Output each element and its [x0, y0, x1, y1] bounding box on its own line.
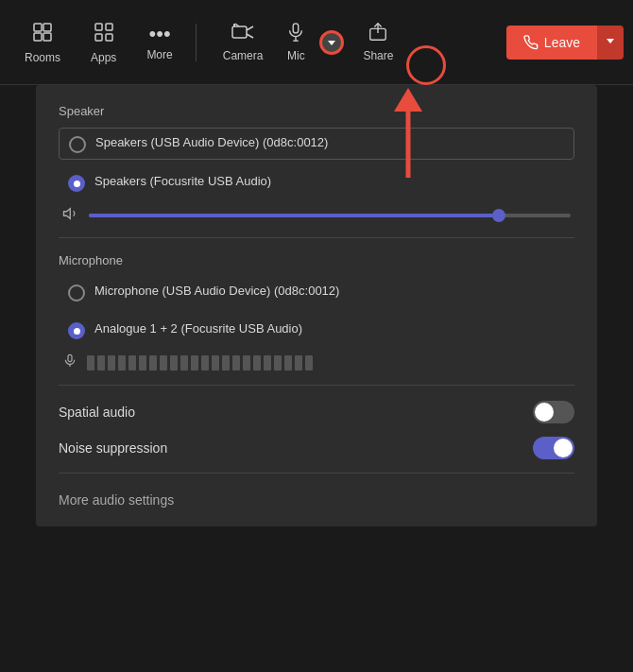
svg-rect-8	[232, 26, 247, 38]
speaker-radio-2[interactable]	[68, 175, 85, 192]
separator-1	[59, 237, 574, 238]
svg-rect-2	[34, 33, 42, 41]
spatial-audio-toggle[interactable]	[533, 401, 574, 423]
share-icon	[368, 22, 388, 45]
svg-marker-16	[328, 41, 335, 45]
level-bar	[191, 355, 198, 370]
speaker-option-1[interactable]: Speakers (USB Audio Device) (0d8c:0012)	[59, 128, 574, 160]
speaker-section-label: Speaker	[59, 104, 574, 118]
level-bar	[222, 355, 230, 370]
mic-level-row	[59, 353, 574, 373]
separator-3	[59, 473, 574, 474]
audio-dropdown-btn[interactable]	[319, 30, 344, 55]
mic-option-1[interactable]: Microphone (USB Audio Device) (0d8c:0012…	[59, 277, 574, 307]
camera-btn[interactable]: Camera	[214, 14, 273, 70]
noise-suppression-knob	[554, 439, 573, 457]
level-bar	[284, 355, 292, 370]
spatial-audio-row: Spatial audio	[59, 401, 574, 423]
mic-icon	[285, 22, 306, 45]
noise-suppression-toggle[interactable]	[533, 437, 574, 459]
mic-option-2-label: Analogue 1 + 2 (Focusrite USB Audio)	[94, 320, 302, 337]
leave-button[interactable]: Leave	[506, 26, 597, 60]
svg-rect-4	[95, 24, 102, 30]
volume-row	[59, 205, 574, 226]
level-bar	[212, 355, 219, 370]
level-bar	[128, 355, 136, 370]
volume-slider[interactable]	[89, 214, 571, 217]
spatial-audio-label: Spatial audio	[59, 405, 135, 420]
topbar: Rooms Apps ••• More	[0, 0, 633, 85]
level-bar	[243, 355, 250, 370]
mic-section-label: Microphone	[59, 253, 574, 267]
rooms-label: Rooms	[25, 51, 60, 64]
speaker-option-1-label: Speakers (USB Audio Device) (0d8c:0012)	[95, 134, 328, 151]
volume-fill	[89, 214, 499, 217]
divider	[196, 24, 197, 61]
svg-rect-1	[43, 24, 51, 31]
svg-marker-21	[64, 209, 71, 219]
speaker-option-2[interactable]: Speakers (Focusrite USB Audio)	[59, 167, 574, 198]
level-bar	[180, 355, 188, 370]
level-bar	[253, 355, 261, 370]
mic-btn[interactable]: Mic	[276, 14, 316, 70]
svg-rect-5	[106, 24, 112, 30]
share-btn[interactable]: Share	[353, 14, 402, 70]
audio-settings-panel: Speaker Speakers (USB Audio Device) (0d8…	[36, 85, 597, 526]
nav-rooms[interactable]: Rooms	[9, 13, 76, 72]
speaker-option-2-label: Speakers (Focusrite USB Audio)	[94, 173, 271, 190]
rooms-icon	[31, 21, 54, 47]
mic-option-2[interactable]: Analogue 1 + 2 (Focusrite USB Audio)	[59, 315, 574, 345]
level-bar	[201, 355, 209, 370]
mic-label: Mic	[287, 49, 305, 62]
mic-level-icon	[62, 353, 77, 373]
svg-rect-3	[43, 33, 51, 41]
more-label: More	[146, 48, 172, 61]
svg-rect-7	[106, 34, 112, 41]
camera-label: Camera	[223, 49, 264, 62]
level-bar	[87, 355, 94, 370]
level-bar	[160, 355, 167, 370]
level-bar	[108, 355, 115, 370]
more-icon: •••	[148, 24, 170, 44]
leave-group: Leave	[506, 26, 624, 60]
action-items: Camera Mic	[214, 14, 403, 70]
level-bar	[170, 355, 178, 370]
nav-apps[interactable]: Apps	[76, 13, 131, 72]
level-bar	[305, 355, 313, 370]
svg-line-10	[247, 34, 253, 38]
level-bar	[295, 355, 302, 370]
more-audio-settings-link[interactable]: More audio settings	[59, 489, 574, 511]
volume-icon	[62, 205, 79, 226]
level-bar	[139, 355, 146, 370]
noise-suppression-label: Noise suppression	[59, 440, 167, 456]
camera-icon	[231, 22, 254, 45]
svg-rect-0	[34, 24, 42, 31]
mic-level-bars	[87, 355, 313, 370]
mic-option-1-label: Microphone (USB Audio Device) (0d8c:0012…	[94, 283, 339, 300]
apps-label: Apps	[91, 51, 116, 64]
noise-suppression-row: Noise suppression	[59, 437, 574, 459]
apps-icon	[93, 21, 115, 47]
volume-thumb	[492, 209, 505, 222]
svg-marker-18	[607, 39, 614, 43]
spatial-audio-knob	[535, 403, 554, 422]
level-bar	[264, 355, 271, 370]
level-bar	[97, 355, 105, 370]
speaker-radio-1[interactable]	[69, 136, 86, 153]
svg-rect-13	[294, 24, 299, 33]
level-bar	[274, 355, 282, 370]
nav-items: Rooms Apps ••• More	[9, 13, 402, 72]
level-bar	[149, 355, 157, 370]
level-bar	[232, 355, 240, 370]
level-bar	[118, 355, 126, 370]
leave-label: Leave	[544, 35, 580, 50]
mic-radio-2[interactable]	[68, 322, 85, 339]
svg-rect-6	[95, 34, 102, 41]
separator-2	[59, 385, 574, 386]
share-label: Share	[363, 49, 393, 62]
leave-caret-button[interactable]	[597, 26, 624, 60]
svg-line-9	[247, 26, 253, 30]
nav-more[interactable]: ••• More	[131, 16, 187, 69]
svg-rect-22	[68, 354, 72, 361]
mic-radio-1[interactable]	[68, 284, 85, 302]
